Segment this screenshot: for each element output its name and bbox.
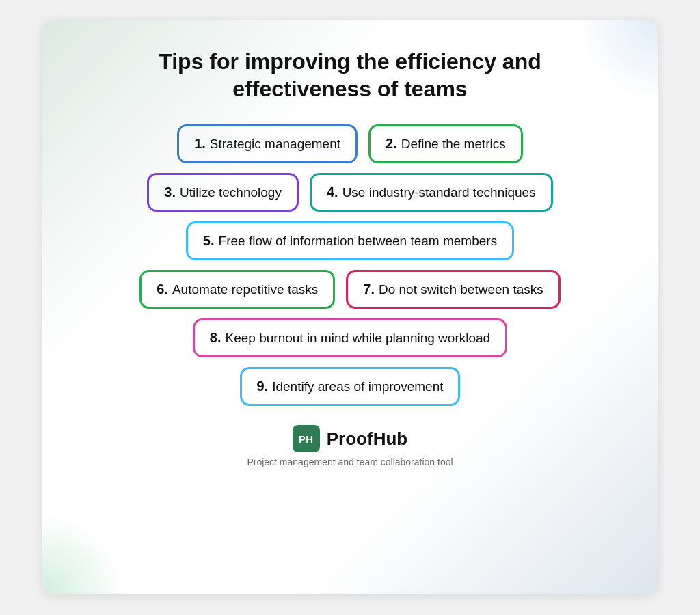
tip-1: 1. Strategic management [177, 124, 358, 163]
brand-tagline: Project management and team collaboratio… [247, 456, 453, 467]
tip-3-number: 3. [164, 184, 176, 200]
tip-1-number: 1. [194, 136, 206, 152]
tip-1-text: Strategic management [210, 137, 340, 152]
tips-container: 1. Strategic management 2. Define the me… [77, 124, 623, 406]
tip-4-number: 4. [327, 184, 338, 200]
tip-3: 3. Utilize technology [147, 173, 299, 212]
branding-row: PH ProofHub [293, 425, 407, 452]
tip-5-number: 5. [203, 233, 215, 249]
main-card: Tips for improving the efficiency andeff… [42, 20, 658, 594]
tip-8-number: 8. [210, 330, 221, 346]
tip-2-number: 2. [386, 136, 397, 152]
tip-6-number: 6. [157, 282, 168, 297]
tip-2-text: Define the metrics [401, 137, 506, 152]
tips-row-2: 3. Utilize technology 4. Use industry-st… [147, 173, 552, 212]
tips-row-4: 6. Automate repetitive tasks 7. Do not s… [139, 270, 561, 309]
branding-section: PH ProofHub Project management and team … [247, 425, 453, 467]
tip-9-number: 9. [257, 379, 269, 394]
page-title: Tips for improving the efficiency andeff… [159, 48, 541, 102]
tip-5-text: Free flow of information between team me… [219, 234, 498, 249]
tip-4-text: Use industry-standard techniques [342, 185, 536, 200]
tip-7-number: 7. [363, 282, 375, 297]
tip-7: 7. Do not switch between tasks [346, 270, 560, 309]
tips-row-1: 1. Strategic management 2. Define the me… [177, 124, 523, 163]
tips-row-5: 8. Keep burnout in mind while planning w… [193, 318, 507, 357]
tips-row-3: 5. Free flow of information between team… [186, 221, 514, 260]
tip-5: 5. Free flow of information between team… [186, 221, 514, 260]
tip-7-text: Do not switch between tasks [379, 282, 543, 297]
tip-6-text: Automate repetitive tasks [172, 282, 318, 297]
tip-6: 6. Automate repetitive tasks [139, 270, 335, 309]
tip-8: 8. Keep burnout in mind while planning w… [193, 318, 507, 357]
tips-row-6: 9. Identify areas of improvement [240, 367, 461, 406]
tip-9-text: Identify areas of improvement [272, 379, 443, 394]
tip-8-text: Keep burnout in mind while planning work… [226, 331, 491, 346]
tip-4: 4. Use industry-standard techniques [310, 173, 553, 212]
tip-9: 9. Identify areas of improvement [240, 367, 461, 406]
brand-name: ProofHub [327, 428, 407, 450]
proofhub-logo: PH [293, 425, 320, 452]
tip-3-text: Utilize technology [180, 185, 282, 200]
tip-2: 2. Define the metrics [368, 124, 523, 163]
